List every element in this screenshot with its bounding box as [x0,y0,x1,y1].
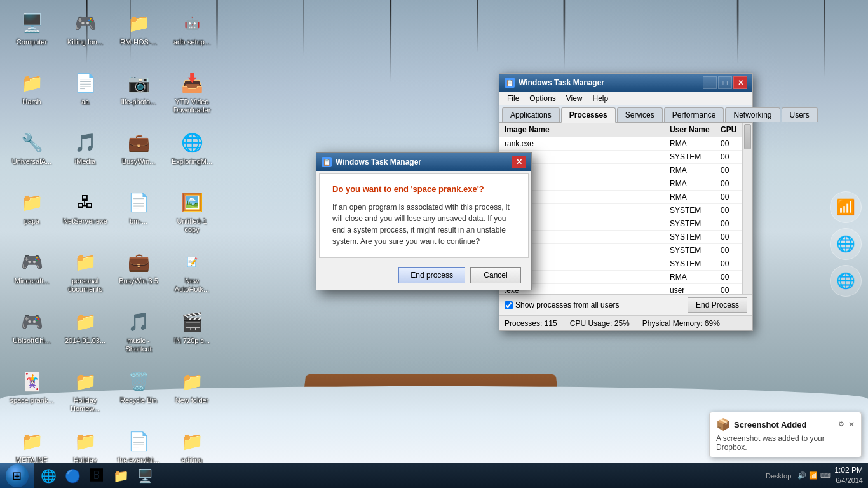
process-row[interactable]: .exe SYSTEM 00 [499,217,752,231]
desktop-icon-label: iMedia [75,158,95,166]
globe-icon-1[interactable]: 🌐 [830,228,862,260]
process-table-body: rank.exe RMA 00 .exe SYSTEM 00 .exe RMA … [499,137,752,293]
dropbox-notification: 📦 Screenshot Added ⚙ ✕ A screenshot was … [709,412,862,458]
dropbox-settings-button[interactable]: ⚙ [838,420,844,429]
cancel-button[interactable]: Cancel [470,267,521,283]
desktop-icon-holiday1[interactable]: 📁 Holiday Homew... [60,365,111,422]
taskbar-chrome-icon[interactable]: 🔵 [61,465,84,487]
task-manager-statusbar: Processes: 115 CPU Usage: 25% Physical M… [499,315,752,330]
process-row[interactable]: T.EXE RMA 00 [499,177,752,191]
process-row[interactable]: .exe SYSTEM 00 [499,151,752,164]
desktop-icon-label: papa [24,217,39,226]
task-manager-title-icon: 📋 [505,78,515,88]
process-user: RMA [667,165,718,176]
tab-users[interactable]: Users [782,107,818,122]
tab-services[interactable]: Services [617,107,663,122]
desktop-icon-newfolder[interactable]: 📁 New folder [166,365,217,422]
desktop-icon-busywin1[interactable]: 💼 BusyWin... [113,126,164,183]
process-row[interactable]: G.EXE RMA 00 [499,191,752,204]
desktop-icon-universal[interactable]: 🔧 UniversalA... [6,126,57,183]
desktop-icon-aa[interactable]: 📄 aa [60,66,111,123]
taskbar-ie-icon[interactable]: 🌐 [37,465,60,487]
desktop-icon-label: space prank... [10,396,53,405]
process-row[interactable]: terH... SYSTEM 00 [499,231,752,244]
desktop-icon-harsh[interactable]: 📁 Harsh [6,66,57,123]
end-process-button[interactable]: End Process [688,297,747,313]
tab-performance[interactable]: Performance [664,107,724,122]
desktop-icon-autohotkey[interactable]: 📝 New AutoHotk... [166,245,217,302]
desktop-icon-bm[interactable]: 📄 bm-... [113,186,164,243]
taskbar-keyboard-icon[interactable]: ⌨ [820,471,831,480]
tab-applications[interactable]: Applications [502,107,560,122]
desktop-icon-personal[interactable]: 📁 personal documents [60,245,111,302]
desktop-icon-busywin2[interactable]: 💼 BusyWin 3.5 [113,245,164,302]
task-manager-titlebar[interactable]: 📋 Windows Task Manager ─ □ ✕ [499,74,752,92]
taskbar-network-icon[interactable]: 📶 [809,471,818,480]
taskbar-clock[interactable]: 1:02 PM 6/4/2014 [834,465,863,485]
process-row[interactable]: lock.exe RMA 00 [499,271,752,284]
desktop-icon-untitled[interactable]: 🖼️ Untitled-1 copy [166,186,217,243]
desktop-icon-adb[interactable]: 🤖 adb-setup... [166,6,217,64]
status-processes: Processes: 115 [505,319,557,328]
menu-options[interactable]: Options [524,93,560,104]
desktop-icon-folder1[interactable]: 📁 RM-HOS-... [113,6,164,64]
dialog-buttons: End process Cancel [316,261,531,290]
process-row[interactable]: otoc... SYSTEM 00 [499,204,752,217]
taskbar-explorer-icon[interactable]: 📁 [109,465,132,487]
process-row[interactable]: .exe SYSTEM 00 [499,244,752,257]
desktop-icon-ytd[interactable]: 📥 YTD Video Downloader [166,66,217,123]
desktop-icon-spaceprank[interactable]: 🃏 space prank... [6,365,57,422]
desktop-icon-label: New AutoHotk... [169,277,215,294]
process-user: SYSTEM [667,218,718,229]
process-row[interactable]: .exe SYSTEM 00 [499,257,752,271]
menu-help[interactable]: Help [588,93,614,104]
globe-icon-2[interactable]: 🌐 [830,265,862,297]
desktop-icon-netserver[interactable]: 🖧 NetServer.exe [60,186,111,243]
process-row[interactable]: .exe user 00 [499,284,752,293]
tab-networking[interactable]: Networking [725,107,780,122]
wifi-icon[interactable]: 📶 [830,191,862,223]
dropbox-close-button[interactable]: ✕ [848,420,855,429]
desktop-icon-music[interactable]: 🎵 music - Shortcut [113,305,164,362]
tab-processes[interactable]: Processes [561,107,616,123]
col-user-name[interactable]: User Name [667,124,718,135]
end-process-confirm-button[interactable]: End process [398,267,465,283]
process-row[interactable]: .exe RMA 00 [499,164,752,177]
taskbar-volume-icon[interactable]: 🔊 [797,471,806,480]
dialog-titlebar[interactable]: 📋 Windows Task Manager ✕ [316,153,531,171]
process-row[interactable]: rank.exe RMA 00 [499,137,752,151]
desktop-icon-imedia[interactable]: 🎵 iMedia [60,126,111,183]
dropbox-header: 📦 Screenshot Added ⚙ ✕ [716,417,855,431]
desktop-icon-game1[interactable]: 🎮 Killing lon... [60,6,111,64]
dialog-close-button[interactable]: ✕ [512,156,526,168]
start-button[interactable]: ⊞ [0,463,34,489]
taskbar-monitor-icon[interactable]: 🖥️ [133,465,156,487]
desktop: 🖥️ Computer 🎮 Killing lon... 📁 RM-HOS-..… [0,0,868,488]
taskbar-desktop-button[interactable]: Desktop [763,472,794,480]
show-all-processes-checkbox[interactable] [505,301,513,309]
process-scrollbar[interactable] [742,123,752,294]
desktop-icon-2014[interactable]: 📁 2014.01.03... [60,305,111,362]
task-manager-minimize-button[interactable]: ─ [703,76,717,89]
menu-view[interactable]: View [561,93,588,104]
task-manager-maximize-button[interactable]: □ [718,76,732,89]
desktop-icon-photo[interactable]: 📷 life-photo... [113,66,164,123]
desktop-icon-minecraft[interactable]: 🎮 Minecraft... [6,245,57,302]
desktop-icon-in720p[interactable]: 🎬 IN 720p c... [166,305,217,362]
scrollbar-thumb[interactable] [744,124,751,149]
desktop-icon-label: Recycle Bin [120,396,157,405]
desktop-icon-papa[interactable]: 📁 papa [6,186,57,243]
desktop-icon-label: IN 720p c... [174,337,210,345]
desktop-icons-grid: 🖥️ Computer 🎮 Killing lon... 📁 RM-HOS-..… [6,6,217,488]
right-side-icons: 📶 🌐 🌐 [830,191,862,297]
task-manager-footer: Show processes from all users End Proces… [499,294,752,315]
desktop-icon-recycle[interactable]: 🗑️ Recycle Bin [113,365,164,422]
process-user: SYSTEM [667,258,718,269]
taskbar-b-icon[interactable]: 🅱 [85,465,108,487]
task-manager-close-button[interactable]: ✕ [733,76,747,89]
desktop-icon-ubisoft[interactable]: 🎮 UbisoftChi... [6,305,57,362]
desktop-icon-exploring[interactable]: 🌐 ExploringM... [166,126,217,183]
menu-file[interactable]: File [502,93,524,104]
desktop-icon-computer[interactable]: 🖥️ Computer [6,6,57,64]
col-image-name[interactable]: Image Name [502,124,667,135]
